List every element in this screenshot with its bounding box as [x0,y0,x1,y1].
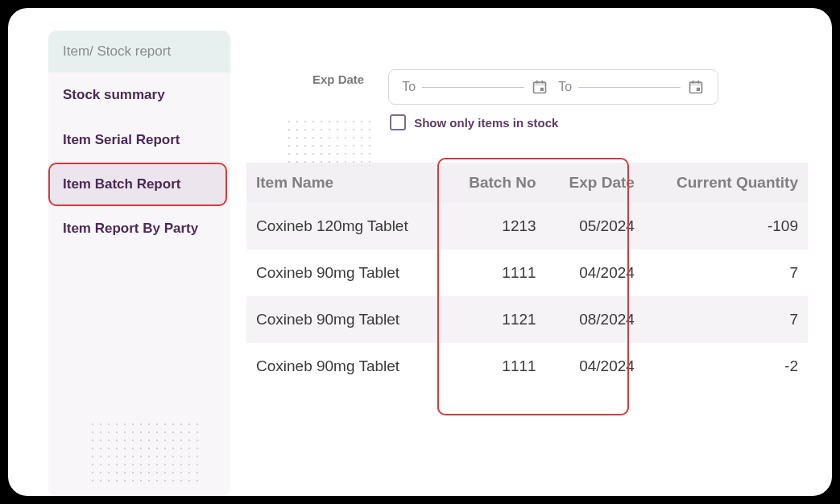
filter-block: To [388,69,718,130]
svg-rect-2 [536,81,538,84]
cell-batch-no: 1213 [445,203,546,250]
date-from-field[interactable]: To [402,78,548,96]
calendar-icon[interactable] [531,78,548,96]
cell-item-name: Coxineb 90mg Tablet [246,296,445,343]
cell-batch-no: 1111 [445,250,546,296]
cell-current-qty: -109 [644,203,808,250]
cell-item-name: Coxineb 90mg Tablet [246,343,445,390]
show-in-stock-checkbox[interactable] [390,114,406,130]
svg-rect-8 [698,81,700,84]
sidebar: Item/ Stock report Stock summary Item Se… [48,31,230,496]
svg-rect-1 [534,82,546,85]
cell-item-name: Coxineb 90mg Tablet [246,250,445,296]
col-item-name[interactable]: Item Name [246,163,445,203]
svg-rect-7 [693,81,694,84]
cell-current-qty: 7 [644,250,808,296]
app-window: Item/ Stock report Stock summary Item Se… [8,8,832,496]
sidebar-item-report-by-party[interactable]: Item Report By Party [48,206,230,251]
cell-exp-date: 05/2024 [546,203,644,250]
col-batch-no[interactable]: Batch No [445,163,546,203]
batch-report-table: Item Name Batch No Exp Date Current Quan… [246,163,808,390]
table-wrapper: Item Name Batch No Exp Date Current Quan… [246,163,808,390]
sidebar-header: Item/ Stock report [48,31,230,72]
cell-current-qty: -2 [644,343,808,390]
sidebar-item-stock-summary[interactable]: Stock summary [48,72,230,118]
table-row[interactable]: Coxineb 120mg Tablet 1213 05/2024 -109 [246,203,808,250]
cell-batch-no: 1111 [445,343,546,390]
table-header-row: Item Name Batch No Exp Date Current Quan… [246,163,808,203]
sidebar-item-batch-report[interactable]: Item Batch Report [48,163,227,206]
date-range: To [388,69,718,105]
table-row[interactable]: Coxineb 90mg Tablet 1121 08/2024 7 [246,296,808,343]
sidebar-item-serial-report[interactable]: Item Serial Report [48,118,230,163]
main-panel: Exp Date To [246,31,808,496]
svg-rect-6 [690,82,702,85]
filter-row: Exp Date To [312,69,808,130]
table-body: Coxineb 120mg Tablet 1213 05/2024 -109 C… [246,203,808,390]
show-in-stock-row[interactable]: Show only items in stock [390,114,718,130]
date-to-underline [578,87,681,88]
svg-rect-3 [542,81,544,84]
col-current-qty[interactable]: Current Quantity [644,163,808,203]
content-area: Item/ Stock report Stock summary Item Se… [8,8,832,496]
table-row[interactable]: Coxineb 90mg Tablet 1111 04/2024 7 [246,250,808,296]
date-from-label: To [402,80,416,94]
date-from-underline [422,87,524,88]
svg-rect-4 [540,88,544,91]
show-in-stock-label: Show only items in stock [414,116,558,130]
cell-current-qty: 7 [644,296,808,343]
table-row[interactable]: Coxineb 90mg Tablet 1111 04/2024 -2 [246,343,808,390]
exp-date-label: Exp Date [312,72,364,86]
date-to-field[interactable]: To [558,78,705,96]
cell-exp-date: 04/2024 [546,250,644,296]
cell-exp-date: 04/2024 [546,343,644,390]
cell-exp-date: 08/2024 [546,296,644,343]
col-exp-date[interactable]: Exp Date [546,163,644,203]
cell-item-name: Coxineb 120mg Tablet [246,203,445,250]
date-to-label: To [558,80,572,94]
cell-batch-no: 1121 [445,296,546,343]
svg-rect-9 [697,88,700,91]
calendar-icon[interactable] [687,78,705,96]
